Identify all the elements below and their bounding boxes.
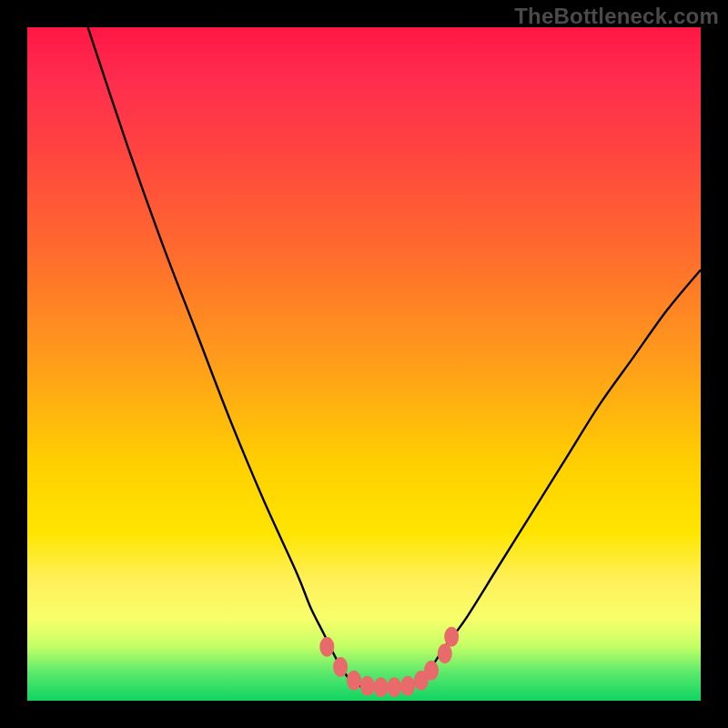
curve-path <box>88 27 701 688</box>
optimal-marker <box>374 677 389 697</box>
bottleneck-curve <box>27 27 701 701</box>
optimal-marker <box>438 643 452 663</box>
optimal-marker <box>400 676 415 696</box>
optimal-marker <box>319 637 334 657</box>
watermark-text: TheBottleneck.com <box>514 4 719 29</box>
optimal-marker <box>333 657 348 677</box>
optimal-marker <box>387 677 401 697</box>
optimal-marker <box>424 661 439 681</box>
optimal-marker <box>360 676 375 696</box>
optimal-marker <box>347 671 361 691</box>
marker-group <box>319 627 459 698</box>
chart-frame: TheBottleneck.com <box>0 0 728 728</box>
optimal-marker <box>444 627 459 647</box>
plot-area <box>27 27 701 701</box>
